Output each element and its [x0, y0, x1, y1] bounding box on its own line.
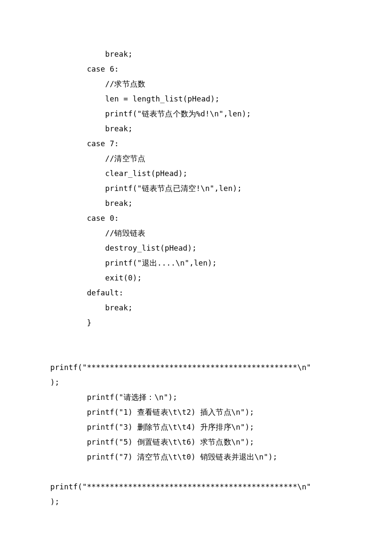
code-listing: break; case 6: //求节点数 len = length_list(… [50, 47, 342, 509]
document-page: break; case 6: //求节点数 len = length_list(… [0, 0, 392, 535]
